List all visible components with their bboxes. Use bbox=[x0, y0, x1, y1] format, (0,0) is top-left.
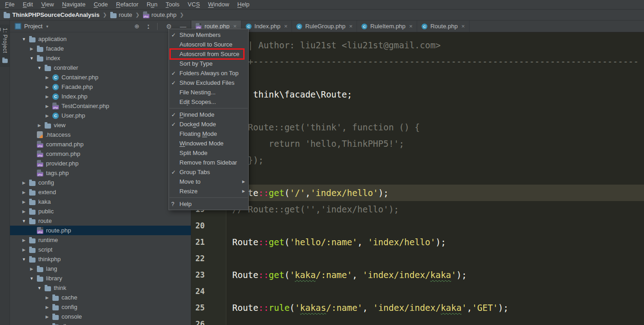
code-line[interactable]: 22 bbox=[191, 250, 644, 267]
chevron-collapsed-icon[interactable]: ▶ bbox=[28, 267, 35, 271]
breadcrumb-item-route[interactable]: route bbox=[110, 11, 133, 18]
menu-item-show-members[interactable]: ✓Show Members bbox=[169, 30, 248, 40]
tree-item-config[interactable]: ▶config bbox=[10, 302, 191, 312]
tree-item-container-php[interactable]: ▶Container.php bbox=[10, 72, 191, 82]
menu-item-autoscroll-from-source[interactable]: Autoscroll from Source bbox=[169, 49, 248, 59]
tree-item-cache[interactable]: ▶cache bbox=[10, 293, 191, 302]
tab-index-php[interactable]: Index.php× bbox=[241, 21, 292, 32]
line-number[interactable]: 23 bbox=[191, 267, 226, 283]
tree-item-testcontainer-php[interactable]: ▶TestContainer.php bbox=[10, 101, 191, 111]
code-line[interactable]: 23Route::get('kaka/:name', 'index/index/… bbox=[191, 267, 644, 283]
tree-item-config[interactable]: ▶config bbox=[10, 178, 191, 187]
tree-item-db[interactable]: ▶db bbox=[10, 321, 191, 325]
chevron-expanded-icon[interactable]: ▼ bbox=[36, 286, 43, 290]
menu-item-autoscroll-to-source[interactable]: Autoscroll to Source bbox=[169, 40, 248, 49]
menu-item-help[interactable]: ?Help bbox=[169, 199, 248, 209]
chevron-collapsed-icon[interactable]: ▶ bbox=[36, 123, 43, 128]
line-number[interactable]: 21 bbox=[191, 234, 226, 250]
tree-item-think[interactable]: ▼think bbox=[10, 283, 191, 293]
menubar-item-run[interactable]: Run bbox=[143, 0, 162, 9]
tree-item-facade-php[interactable]: ▶Facade.php bbox=[10, 82, 191, 92]
tree-item-user-php[interactable]: ▶User.php bbox=[10, 111, 191, 120]
chevron-down-icon[interactable]: ▾ bbox=[46, 24, 48, 29]
tree-item-facade[interactable]: ▶facade bbox=[10, 44, 191, 53]
tree-item-extend[interactable]: ▶extend bbox=[10, 187, 191, 197]
chevron-collapsed-icon[interactable]: ▶ bbox=[20, 200, 27, 204]
tree-item-view[interactable]: ▶view bbox=[10, 120, 191, 130]
menubar-item-refactor[interactable]: Refactor bbox=[112, 0, 143, 9]
collapse-all-icon[interactable]: ▾▴ bbox=[148, 24, 149, 29]
tree-item-htaccess[interactable]: .htaccess bbox=[10, 130, 191, 139]
line-number[interactable]: 25 bbox=[191, 299, 226, 316]
chevron-expanded-icon[interactable]: ▼ bbox=[36, 66, 43, 70]
code-line[interactable]: 10// +----------------------------------… bbox=[191, 53, 644, 70]
code-line[interactable]: 21Route::get('hello/:name', 'index/hello… bbox=[191, 234, 644, 250]
tree-item-controller[interactable]: ▼controller bbox=[10, 63, 191, 72]
line-number[interactable]: 26 bbox=[191, 316, 226, 325]
close-icon[interactable]: × bbox=[349, 23, 353, 30]
line-number[interactable]: 22 bbox=[191, 250, 226, 267]
line-number[interactable]: 20 bbox=[191, 217, 226, 234]
menubar-item-help[interactable]: Help bbox=[233, 0, 254, 9]
menu-item-move-to[interactable]: Move to▶ bbox=[169, 177, 248, 186]
tree-item-command-php[interactable]: command.php bbox=[10, 139, 191, 149]
code-line[interactable]: 14// Route::get('think', function () { bbox=[191, 119, 644, 135]
chevron-expanded-icon[interactable]: ▼ bbox=[20, 257, 27, 262]
tree-item-common-php[interactable]: common.php bbox=[10, 149, 191, 159]
close-icon[interactable]: × bbox=[409, 23, 413, 30]
menubar-item-view[interactable]: View bbox=[37, 0, 58, 9]
tool-window-button-project[interactable]: 1: Project bbox=[0, 25, 10, 67]
code-line[interactable]: 9// | Author: liu21st <liu21st@gmail.com… bbox=[191, 37, 644, 53]
code-line[interactable]: 24 bbox=[191, 283, 644, 299]
chevron-collapsed-icon[interactable]: ▶ bbox=[20, 209, 27, 214]
chevron-collapsed-icon[interactable]: ▶ bbox=[44, 295, 51, 300]
tree-item-provider-php[interactable]: provider.php bbox=[10, 159, 191, 168]
chevron-collapsed-icon[interactable]: ▶ bbox=[44, 75, 51, 80]
menu-item-remove-from-sidebar[interactable]: Remove from Sidebar bbox=[169, 158, 248, 167]
code-editor[interactable]: 9// | Author: liu21st <liu21st@gmail.com… bbox=[191, 32, 644, 325]
menu-item-split-mode[interactable]: Split Mode bbox=[169, 148, 248, 158]
chevron-collapsed-icon[interactable]: ▶ bbox=[44, 104, 51, 108]
chevron-collapsed-icon[interactable]: ▶ bbox=[44, 85, 51, 89]
chevron-expanded-icon[interactable]: ▼ bbox=[28, 56, 35, 61]
code-line[interactable]: 13 bbox=[191, 103, 644, 119]
menu-item-pinned-mode[interactable]: ✓Pinned Mode bbox=[169, 110, 248, 119]
tree-item-thinkphp[interactable]: ▼thinkphp bbox=[10, 254, 191, 264]
menubar-item-code[interactable]: Code bbox=[90, 0, 112, 9]
tree-item-kaka[interactable]: ▶kaka bbox=[10, 197, 191, 206]
menu-item-group-tabs[interactable]: ✓Group Tabs bbox=[169, 167, 248, 177]
line-number[interactable]: 24 bbox=[191, 283, 226, 299]
menubar-item-file[interactable]: File bbox=[1, 0, 19, 9]
menu-item-docked-mode[interactable]: ✓Docked Mode bbox=[169, 119, 248, 129]
menu-item-show-excluded-files[interactable]: ✓Show Excluded Files bbox=[169, 78, 248, 88]
chevron-collapsed-icon[interactable]: ▶ bbox=[28, 46, 35, 51]
menubar-item-window[interactable]: Window bbox=[204, 0, 233, 9]
tree-item-runtime[interactable]: ▶runtime bbox=[10, 235, 191, 245]
menubar-item-vcs[interactable]: VCS bbox=[184, 0, 204, 9]
tab-ruleitem-php[interactable]: RuleItem.php× bbox=[357, 21, 417, 32]
tree-item-script[interactable]: ▶script bbox=[10, 245, 191, 254]
tree-item-application[interactable]: ▼application bbox=[10, 34, 191, 44]
menu-item-folders-always-on-top[interactable]: ✓Folders Always on Top bbox=[169, 68, 248, 78]
menu-item-floating-mode[interactable]: Floating Mode bbox=[169, 129, 248, 139]
code-line[interactable]: 19// Route::get('','index/hello'); bbox=[191, 201, 644, 217]
tree-item-console[interactable]: ▶console bbox=[10, 312, 191, 321]
menu-item-sort-by-type[interactable]: Sort by Type bbox=[169, 59, 248, 68]
code-line[interactable]: 12use think\facade\Route; bbox=[191, 86, 644, 103]
chevron-collapsed-icon[interactable]: ▶ bbox=[44, 315, 51, 319]
tree-item-tags-php[interactable]: tags.php bbox=[10, 168, 191, 178]
menu-item-windowed-mode[interactable]: Windowed Mode bbox=[169, 139, 248, 148]
tab-rulegroup-php[interactable]: RuleGroup.php× bbox=[292, 21, 357, 32]
chevron-collapsed-icon[interactable]: ▶ bbox=[20, 181, 27, 185]
tab-route-php[interactable]: Route.php× bbox=[417, 21, 470, 32]
chevron-expanded-icon[interactable]: ▼ bbox=[20, 37, 27, 41]
code-line[interactable]: 16// }); bbox=[191, 152, 644, 168]
code-line[interactable]: 18Route::get('/','index/hello'); bbox=[191, 185, 644, 201]
menu-item-edit-scopes[interactable]: Edit Scopes... bbox=[169, 97, 248, 107]
menubar-item-navigate[interactable]: Navigate bbox=[58, 0, 89, 9]
code-line[interactable]: 17 bbox=[191, 168, 644, 185]
chevron-expanded-icon[interactable]: ▼ bbox=[20, 219, 27, 223]
chevron-collapsed-icon[interactable]: ▶ bbox=[44, 305, 51, 310]
chevron-collapsed-icon[interactable]: ▶ bbox=[20, 238, 27, 242]
tree-item-public[interactable]: ▶public bbox=[10, 206, 191, 216]
